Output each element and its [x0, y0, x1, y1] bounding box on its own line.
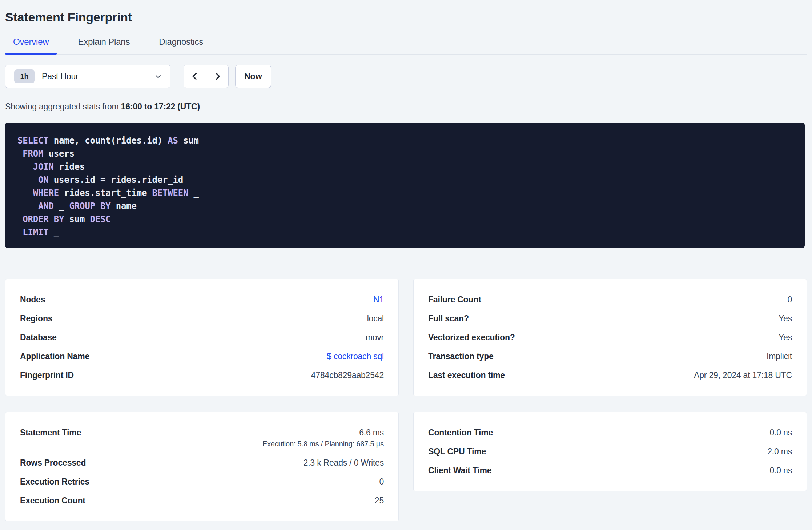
sql-keyword: JOIN	[33, 162, 54, 172]
time-nav-group	[184, 65, 229, 88]
tab-diagnostics-label: Diagnostics	[159, 37, 203, 47]
tab-overview-label: Overview	[13, 37, 49, 47]
sql-line: SELECT name, count(rides.id) AS sum	[17, 134, 792, 147]
aggregated-stats-line: Showing aggregated stats from 16:00 to 1…	[5, 102, 807, 112]
time-toolbar: 1h Past Hour Now	[5, 65, 807, 88]
sql-text	[17, 188, 33, 198]
sql-text: _	[49, 227, 59, 237]
row-label: Rows Processed	[20, 458, 86, 467]
sql-text: sum	[178, 136, 199, 146]
sql-keyword: BY	[100, 201, 111, 211]
card-row: Databasemovr	[20, 328, 384, 347]
aggregated-stats-prefix: Showing aggregated stats from	[5, 102, 121, 111]
time-range-dropdown[interactable]: 1h Past Hour	[5, 65, 170, 88]
card-row: Full scan?Yes	[428, 309, 792, 328]
sql-text: users.id = rides.rider_id	[49, 175, 183, 185]
sql-keyword: SELECT	[17, 136, 49, 146]
sql-keyword: BETWEEN	[152, 188, 189, 198]
row-value: local	[367, 314, 384, 323]
card-row: Failure Count0	[428, 290, 792, 309]
card-row: Execution Count25	[20, 491, 384, 510]
card-row: Contention Time0.0 ns	[428, 423, 792, 442]
tab-bar: Overview Explain Plans Diagnostics	[5, 37, 807, 55]
row-right: 0.0 ns	[770, 428, 792, 437]
tab-diagnostics[interactable]: Diagnostics	[151, 37, 211, 54]
tab-explain-plans[interactable]: Explain Plans	[70, 37, 138, 54]
sql-text: _	[188, 188, 199, 198]
sql-text: _	[54, 201, 69, 211]
row-value: 0	[379, 477, 384, 486]
row-right: 6.6 msExecution: 5.8 ms / Planning: 687.…	[262, 428, 384, 449]
statement-timing-card: Statement Time6.6 msExecution: 5.8 ms / …	[5, 412, 399, 521]
row-label: Transaction type	[428, 352, 494, 361]
row-right: Apr 29, 2024 at 17:18 UTC	[694, 370, 792, 380]
sql-line: LIMIT _	[17, 226, 792, 239]
row-label: SQL CPU Time	[428, 447, 486, 456]
row-value: 25	[375, 496, 384, 505]
sql-line: WHERE rides.start_time BETWEEN _	[17, 186, 792, 200]
sql-text	[17, 149, 23, 159]
aggregated-stats-range: 16:00 to 17:22 (UTC)	[121, 102, 200, 111]
sql-text	[49, 214, 54, 224]
row-value: Yes	[779, 333, 792, 342]
row-label: Fingerprint ID	[20, 370, 74, 380]
row-value-link[interactable]: N1	[373, 295, 384, 304]
row-value: 0.0 ns	[770, 466, 792, 475]
row-right: movr	[366, 333, 384, 342]
card-row: SQL CPU Time2.0 ms	[428, 442, 792, 461]
card-row: Rows Processed2.3 k Reads / 0 Writes	[20, 453, 384, 472]
row-right: $ cockroach sql	[327, 352, 384, 361]
row-label: Failure Count	[428, 295, 481, 304]
sql-line: FROM users	[17, 147, 792, 160]
card-row: Client Wait Time0.0 ns	[428, 461, 792, 480]
sql-keyword: FROM	[23, 149, 43, 159]
card-row: Statement Time6.6 msExecution: 5.8 ms / …	[20, 423, 384, 453]
card-row: Execution Retries0	[20, 472, 384, 491]
time-range-badge: 1h	[14, 69, 35, 83]
card-row: Fingerprint ID4784cb829aab2542	[20, 366, 384, 385]
sql-text: users	[43, 149, 75, 159]
previous-time-button[interactable]	[184, 65, 206, 88]
row-right: Implicit	[767, 352, 792, 361]
row-right: 2.3 k Reads / 0 Writes	[304, 458, 384, 467]
now-button[interactable]: Now	[235, 65, 271, 88]
card-row: Transaction typeImplicit	[428, 347, 792, 366]
row-value: 0.0 ns	[770, 428, 792, 437]
statement-meta-card: NodesN1RegionslocalDatabasemovrApplicati…	[5, 279, 399, 396]
sql-keyword: ON	[38, 175, 49, 185]
sql-statement-box: SELECT name, count(rides.id) AS sum FROM…	[5, 123, 805, 248]
sql-text: rides	[54, 162, 85, 172]
row-value: Implicit	[767, 352, 792, 361]
sql-keyword: LIMIT	[23, 227, 48, 237]
row-right: 4784cb829aab2542	[311, 370, 384, 380]
sql-text	[17, 227, 23, 237]
card-row: Regionslocal	[20, 309, 384, 328]
row-value: Yes	[779, 314, 792, 323]
row-value: 2.0 ms	[767, 447, 792, 456]
row-right: Yes	[779, 314, 792, 323]
row-label: Statement Time	[20, 428, 81, 437]
tab-explain-plans-label: Explain Plans	[78, 37, 130, 47]
sql-line: AND _ GROUP BY name	[17, 200, 792, 213]
caret-right-icon	[213, 72, 222, 81]
tab-overview[interactable]: Overview	[5, 37, 57, 54]
page-title: Statement Fingerprint	[5, 10, 807, 24]
row-label: Client Wait Time	[428, 466, 491, 475]
card-row: Last execution timeApr 29, 2024 at 17:18…	[428, 366, 792, 385]
row-value-link[interactable]: $ cockroach sql	[327, 352, 384, 361]
sql-line: ORDER BY sum DESC	[17, 213, 792, 226]
row-value: 2.3 k Reads / 0 Writes	[304, 458, 384, 467]
card-row: Application Name$ cockroach sql	[20, 347, 384, 366]
sql-text: name, count(rides.id)	[49, 136, 168, 146]
sql-keyword: AS	[168, 136, 178, 146]
row-label: Database	[20, 333, 57, 342]
sql-keyword: DESC	[90, 214, 111, 224]
statement-fingerprint-page: Statement Fingerprint Overview Explain P…	[0, 0, 812, 530]
summary-cards-grid: NodesN1RegionslocalDatabasemovrApplicati…	[5, 279, 807, 521]
row-label: Application Name	[20, 352, 89, 361]
next-time-button[interactable]	[206, 65, 228, 88]
row-label: Execution Count	[20, 496, 85, 505]
row-right: N1	[373, 295, 384, 304]
row-right: 0	[787, 295, 792, 304]
row-label: Contention Time	[428, 428, 493, 437]
